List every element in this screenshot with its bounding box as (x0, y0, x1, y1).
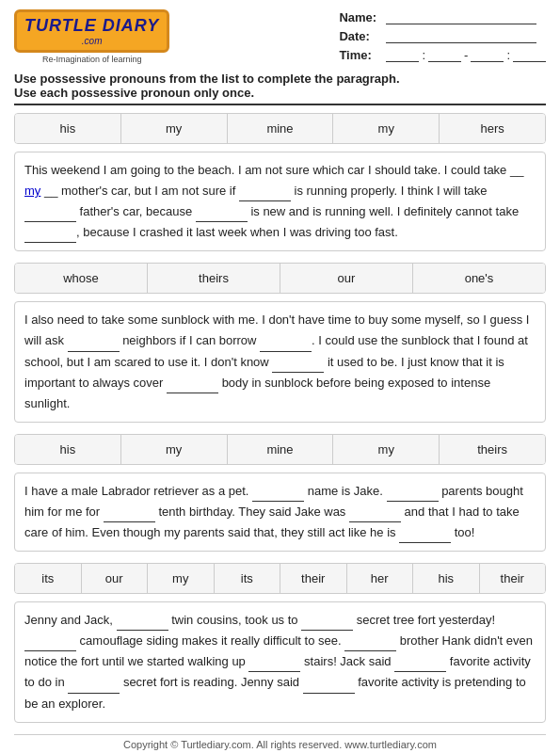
section4-word-bank: its our my its their her his their (14, 563, 546, 594)
time-colon1: : (422, 48, 425, 62)
section4-paragraph: Jenny and Jack, twin cousins, took us to… (14, 601, 546, 722)
blank-s2-1 (68, 339, 120, 352)
word-my-4: my (333, 435, 440, 464)
word-her-4: her (347, 564, 414, 593)
date-line: Date: (339, 28, 546, 43)
blank-s1-3 (196, 209, 248, 222)
section3-word-bank: his my mine my theirs (14, 434, 546, 465)
blank-s2-2 (260, 339, 312, 352)
word-my-4b: my (148, 564, 215, 593)
blank-s4-6 (394, 659, 446, 672)
time-dash: - (464, 48, 468, 62)
word-whose: whose (15, 264, 148, 293)
word-its-1: its (15, 564, 82, 593)
name-line: Name: (339, 9, 546, 24)
date-field (386, 28, 536, 43)
logo-area: TURTLE DIARY .com Re-Imagination of lear… (14, 9, 169, 64)
blank-s3-1 (252, 489, 304, 502)
footer-text: Copyright © Turtlediary.com. All rights … (123, 739, 437, 750)
section1-paragraph: This weekend I am going to the beach. I … (14, 152, 546, 251)
blank-s4-4 (344, 638, 396, 651)
blank-s3-5 (399, 530, 451, 543)
blank-s3-4 (349, 509, 401, 522)
time-m2 (513, 47, 546, 62)
footer: Copyright © Turtlediary.com. All rights … (14, 734, 546, 750)
word-theirs-3: theirs (440, 435, 545, 464)
time-h2 (471, 47, 504, 62)
word-theirs-1: theirs (148, 264, 280, 293)
blank-s3-2 (387, 489, 439, 502)
logo-box: TURTLE DIARY .com (14, 9, 169, 53)
answer-my: my (24, 184, 40, 198)
word-our-4: our (82, 564, 149, 593)
word-their-2: their (480, 564, 546, 593)
instruction-line1: Use possessive pronouns from the list to… (14, 72, 400, 86)
word-my-2: my (333, 114, 440, 143)
blank-s4-8 (303, 681, 355, 694)
section3: his my mine my theirs I have a male Labr… (14, 434, 546, 552)
time-m1 (428, 47, 461, 62)
word-mine-3: mine (228, 435, 334, 464)
time-colon2: : (506, 48, 510, 62)
time-fields: : - : (386, 47, 546, 62)
logo-subtitle: Re-Imagination of learning (42, 55, 142, 64)
word-his-3: his (15, 435, 121, 464)
blank-s4-3 (24, 638, 76, 651)
section2-paragraph: I also need to take some sunblock with m… (14, 301, 546, 422)
time-h1 (386, 47, 419, 62)
blank-s4-1 (117, 617, 168, 631)
logo-text: TURTLE DIARY (24, 16, 159, 36)
word-my-1: my (121, 114, 228, 143)
instruction-line2: Use each possessive pronoun only once. (14, 86, 254, 100)
header: TURTLE DIARY .com Re-Imagination of lear… (14, 9, 546, 64)
word-ones: one's (413, 264, 545, 293)
word-mine-1: mine (228, 114, 334, 143)
date-label: Date: (339, 29, 381, 43)
blank-s4-5 (248, 659, 300, 672)
blank-s4-7 (68, 681, 120, 694)
blank-s3-3 (104, 509, 155, 522)
name-field (386, 9, 536, 24)
word-their-1: their (280, 564, 347, 593)
word-our-1: our (280, 264, 413, 293)
section2-word-bank: whose theirs our one's (14, 263, 546, 294)
blank-s1-1 (239, 188, 291, 201)
blank-s2-3 (272, 360, 324, 373)
word-my-3: my (121, 435, 228, 464)
section1-word-bank: his my mine my hers (14, 113, 546, 144)
section3-paragraph: I have a male Labrador retriever as a pe… (14, 473, 546, 552)
instructions: Use possessive pronouns from the list to… (14, 72, 546, 105)
time-label: Time: (339, 48, 381, 62)
word-his-4: his (413, 564, 480, 593)
word-his-1: his (15, 114, 121, 143)
word-hers-1: hers (440, 114, 545, 143)
logo-com: .com (82, 36, 103, 46)
blank-s1-2 (24, 209, 76, 222)
section1: his my mine my hers This weekend I am go… (14, 113, 546, 251)
blank-s4-2 (301, 617, 353, 631)
section4: its our my its their her his their Jenny… (14, 563, 546, 722)
form-fields: Name: Date: Time: : - : (339, 9, 546, 62)
section2: whose theirs our one's I also need to ta… (14, 263, 546, 422)
name-label: Name: (339, 10, 381, 24)
word-its-2: its (215, 564, 281, 593)
blank-s2-4 (167, 380, 218, 393)
blank-s1-4 (24, 230, 76, 243)
time-line: Time: : - : (339, 47, 546, 62)
